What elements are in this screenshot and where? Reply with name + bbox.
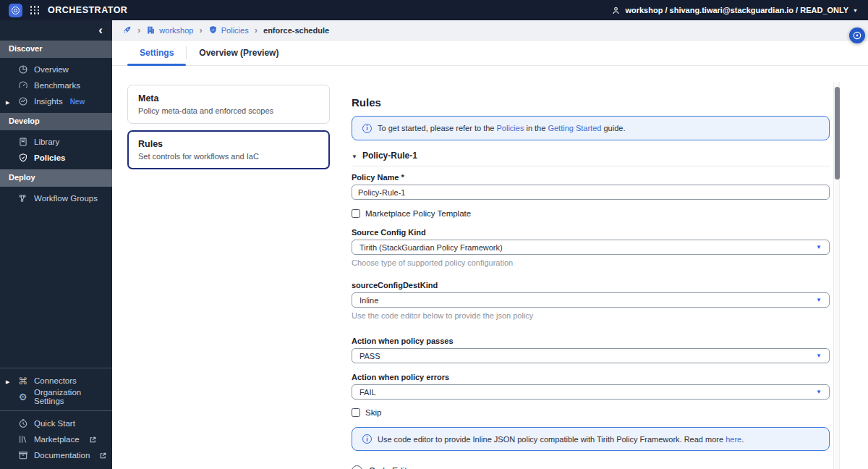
stackguardian-logo-icon[interactable] [9,4,22,17]
nav-card-rules[interactable]: Rules Set controls for workflows and IaC [127,130,330,169]
triangle-down-icon [352,151,357,161]
breadcrumb: workshop Policies enforce-schedule [112,20,868,41]
expand-arrow-icon [6,97,9,106]
marketplace-policy-template-checkbox[interactable]: Marketplace Policy Template [352,209,830,218]
gear-icon [17,392,28,402]
sidebar-item-policies[interactable]: Policies [0,150,112,166]
action-error-label: Action when policy errors [352,373,830,381]
tab-settings[interactable]: Settings [127,41,186,65]
read-more-link[interactable]: here [726,435,741,444]
policy-rule-collapse-header[interactable]: Policy-Rule-1 [352,151,830,166]
help-fab-button[interactable] [849,28,865,43]
sidebar-item-connectors[interactable]: Connectors [0,373,112,389]
scrollbar-track[interactable] [833,82,840,469]
source-config-dest-kind-label: sourceConfigDestKind [352,281,830,290]
gauge-icon [17,80,28,91]
action-error-select[interactable]: FAIL [352,384,830,400]
settings-nav-cards: Meta Policy meta-data and enforced scope… [127,85,330,469]
sidebar: Discover Overview Benchmarks Insights [0,20,112,469]
pie-chart-icon [17,64,28,75]
sidebar-item-insights[interactable]: Insights New [0,93,112,109]
code-editor-alert: Use code editor to provide Inline JSON p… [352,427,830,451]
sidebar-item-workflow-groups[interactable]: Workflow Groups [0,190,112,206]
sidebar-section-discover[interactable]: Discover [0,41,112,58]
source-config-kind-hint: Choose type of supported policy configur… [352,258,830,267]
top-bar: ORCHESTRATOR workshop / shivang.tiwari@s… [0,0,868,20]
sidebar-item-documentation[interactable]: Documentation [0,447,112,463]
rules-form: Rules To get started, please refer to th… [352,85,830,469]
expand-arrow-icon [6,376,9,385]
source-config-dest-kind-select[interactable]: Inline [352,292,830,308]
getting-started-alert: To get started, please refer to the Poli… [352,116,830,140]
nav-card-meta[interactable]: Meta Policy meta-data and enforced scope… [127,85,330,124]
sidebar-item-marketplace[interactable]: Marketplace [0,431,112,447]
chevron-right-icon [255,25,258,35]
checkbox-icon [352,209,360,218]
account-label: workshop / shivang.tiwari@stackguardian.… [625,6,848,14]
breadcrumb-policies[interactable]: Policies [208,25,249,35]
chevron-right-icon [137,25,140,35]
user-icon [611,6,621,15]
policy-name-input[interactable] [352,185,830,200]
skip-checkbox[interactable]: Skip [352,408,830,417]
main-area: workshop Policies enforce-schedule Setti… [112,20,868,469]
rocket-icon [122,25,132,35]
new-badge: New [70,98,85,106]
external-link-icon [99,452,107,460]
book-icon [17,137,28,148]
breadcrumb-current: enforce-schedule [263,26,329,35]
breadcrumb-workspace[interactable]: workshop [146,25,193,35]
workflow-icon [17,193,28,204]
sidebar-item-library[interactable]: Library [0,134,112,150]
code-editor-radio[interactable]: Code Editor [352,465,830,469]
getting-started-link[interactable]: Getting Started [548,124,601,132]
sidebar-item-quick-start[interactable]: Quick Start [0,415,112,431]
scrollbar-thumb[interactable] [835,87,840,179]
breadcrumb-home[interactable] [122,25,132,35]
building-icon [146,25,156,35]
sidebar-item-overview[interactable]: Overview [0,62,112,77]
policies-link[interactable]: Policies [496,124,524,132]
checkbox-icon [352,408,360,417]
sidebar-item-benchmarks[interactable]: Benchmarks [0,77,112,93]
account-menu[interactable]: workshop / shivang.tiwari@stackguardian.… [611,6,858,15]
tab-overview-preview[interactable]: Overview (Preview) [187,41,291,65]
tab-bar: Settings Overview (Preview) [112,41,868,66]
source-config-kind-select[interactable]: Tirith (StackGuardian Policy Framework) [352,240,830,255]
app-title: ORCHESTRATOR [48,5,127,15]
trending-icon [17,96,28,107]
info-icon [362,124,372,133]
chevron-down-icon [853,6,858,14]
radio-icon [352,465,362,469]
app-launcher-grid-icon[interactable] [30,6,40,14]
sidebar-collapse-button[interactable] [98,23,103,38]
bookshelf-icon [17,434,28,445]
action-pass-select[interactable]: PASS [352,348,830,363]
info-icon [362,434,372,444]
command-icon [17,376,28,386]
chevron-right-icon [199,25,202,35]
source-config-dest-kind-hint: Use the code editor below to provide the… [352,311,830,320]
sidebar-section-deploy[interactable]: Deploy [0,169,112,187]
form-heading: Rules [352,96,830,109]
source-config-kind-label: Source Config Kind [352,228,830,237]
external-link-icon [89,436,97,444]
action-pass-label: Action when policy passes [352,337,830,345]
shield-check-icon [17,153,28,164]
shield-icon [208,25,218,35]
clock-icon [17,418,28,429]
policy-name-label: Policy Name * [352,173,830,182]
archive-box-icon [17,450,28,461]
sidebar-section-develop[interactable]: Develop [0,113,112,130]
sidebar-item-organization-settings[interactable]: Organization Settings [0,389,112,405]
clock-icon [852,30,862,41]
